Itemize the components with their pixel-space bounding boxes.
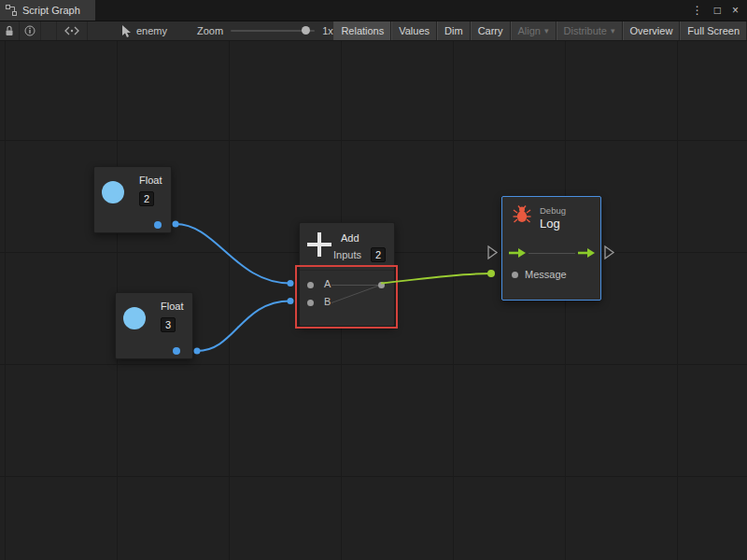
nodes-layer: Float 2 Float 3 Add Inputs 2 A — [0, 41, 747, 560]
port-b-label: B — [324, 296, 331, 307]
flow-relation-line — [529, 253, 575, 254]
input-port-b[interactable] — [307, 300, 314, 306]
dim-button[interactable]: Dim — [437, 21, 471, 40]
graph-canvas[interactable]: Float 2 Float 3 Add Inputs 2 A — [0, 41, 747, 560]
lock-button[interactable] — [0, 21, 20, 40]
dim-label: Dim — [444, 25, 463, 36]
inputs-count-field[interactable]: 2 — [371, 247, 386, 262]
code-button[interactable] — [56, 21, 88, 40]
zoom-value: 1x — [322, 25, 333, 36]
window-close-icon[interactable]: × — [732, 5, 739, 16]
tab-script-graph[interactable]: Script Graph — [0, 0, 95, 21]
zoom-slider[interactable] — [231, 30, 315, 32]
add-icon — [307, 232, 331, 257]
float-node-2[interactable]: Float 3 — [115, 292, 193, 359]
overview-button[interactable]: Overview — [623, 21, 681, 40]
window-controls: ⋮ □ × — [692, 0, 747, 21]
float-node-1[interactable]: Float 2 — [93, 166, 172, 233]
output-port-sum[interactable] — [378, 282, 385, 288]
toolbar-spacer — [41, 21, 56, 40]
align-dropdown[interactable]: Align▾ — [511, 21, 557, 40]
chevron-down-icon: ▾ — [611, 27, 615, 35]
titlebar: Script Graph ⋮ □ × — [0, 0, 747, 21]
node-title: Add — [341, 232, 359, 244]
lock-icon — [5, 25, 14, 37]
zoom-label: Zoom — [197, 25, 223, 36]
float-value-field[interactable]: 3 — [161, 317, 176, 332]
unity-script-graph-window: { "titlebar": { "tab_label": "Script Gra… — [0, 0, 747, 560]
node-category: Debug — [540, 205, 566, 216]
bug-icon — [512, 204, 532, 225]
window-maximize-icon[interactable]: □ — [714, 5, 721, 16]
inputs-label: Inputs — [333, 249, 361, 260]
graph-breadcrumb[interactable]: enemy — [114, 21, 175, 40]
zoom-control: Zoom 1x — [197, 21, 333, 40]
carry-button[interactable]: Carry — [471, 21, 511, 40]
align-label: Align — [518, 25, 541, 36]
message-input-port[interactable] — [512, 272, 518, 278]
flow-in-arrow-icon[interactable] — [508, 246, 527, 259]
relations-label: Relations — [341, 25, 384, 36]
distribute-dropdown[interactable]: Distribute▾ — [557, 21, 623, 40]
values-label: Values — [399, 25, 430, 36]
toolbar-buttons: Relations Values Dim Carry Align▾ Distri… — [333, 21, 747, 40]
overview-label: Overview — [630, 25, 673, 36]
distribute-label: Distribute — [564, 25, 607, 36]
code-icon — [64, 26, 79, 35]
float-output-port[interactable] — [154, 221, 162, 229]
float-literal-icon — [123, 307, 146, 329]
full-screen-button[interactable]: Full Screen — [680, 21, 747, 40]
add-node[interactable]: Add Inputs 2 A B — [299, 222, 395, 327]
input-port-a[interactable] — [307, 282, 314, 288]
float-literal-icon — [102, 181, 124, 203]
port-a-label: A — [324, 278, 331, 289]
chevron-down-icon: ▾ — [544, 27, 549, 35]
full-screen-label: Full Screen — [687, 25, 740, 36]
debug-log-node[interactable]: Debug Log Message — [501, 196, 601, 301]
relations-button[interactable]: Relations — [333, 21, 391, 40]
graph-name: enemy — [136, 25, 167, 36]
zoom-slider-handle[interactable] — [302, 26, 310, 35]
tab-label: Script Graph — [22, 5, 80, 16]
float-output-port[interactable] — [173, 347, 180, 355]
node-title: Float — [139, 175, 162, 186]
flow-out-arrow-icon[interactable] — [577, 246, 596, 259]
info-button[interactable] — [20, 21, 41, 40]
node-title: Float — [161, 301, 183, 312]
graph-toolbar: enemy Zoom 1x Relations Values Dim Carry… — [0, 21, 747, 41]
relation-lines — [300, 271, 394, 328]
window-menu-icon[interactable]: ⋮ — [692, 5, 703, 16]
pointer-icon — [121, 25, 132, 37]
node-title: Log — [540, 217, 560, 231]
info-icon — [24, 25, 35, 36]
float-value-field[interactable]: 2 — [139, 191, 154, 206]
script-graph-icon — [6, 5, 17, 16]
message-port-label: Message — [525, 269, 567, 280]
carry-label: Carry — [478, 25, 503, 36]
values-button[interactable]: Values — [391, 21, 437, 40]
add-ports-section: A B — [300, 270, 394, 327]
